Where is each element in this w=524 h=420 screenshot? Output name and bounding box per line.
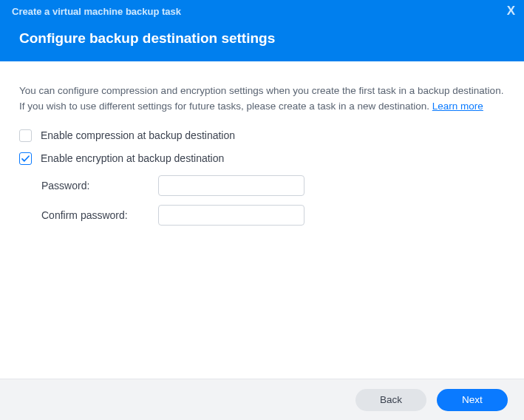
confirm-password-label: Confirm password: (41, 209, 158, 221)
confirm-password-row: Confirm password: (41, 205, 505, 226)
confirm-password-input[interactable] (158, 205, 304, 226)
compression-label: Enable compression at backup destination (41, 129, 235, 141)
dialog-content: You can configure compression and encryp… (0, 61, 524, 249)
description-body: You can configure compression and encryp… (19, 85, 503, 112)
compression-checkbox[interactable] (19, 129, 32, 142)
check-icon (21, 154, 30, 163)
learn-more-link[interactable]: Learn more (432, 101, 483, 112)
back-button[interactable]: Back (355, 389, 426, 411)
compression-option-row: Enable compression at backup destination (19, 129, 505, 142)
encryption-checkbox[interactable] (19, 152, 32, 165)
encryption-label: Enable encryption at backup destination (41, 152, 224, 164)
dialog-header: Create a virtual machine backup task X C… (0, 0, 524, 61)
close-icon[interactable]: X (507, 4, 515, 17)
dialog-footer: Back Next (0, 379, 524, 420)
next-button[interactable]: Next (437, 389, 508, 411)
description-text: You can configure compression and encryp… (19, 84, 505, 115)
dialog-title: Create a virtual machine backup task (12, 6, 512, 17)
encryption-option-row: Enable encryption at backup destination (19, 152, 505, 165)
password-input[interactable] (158, 175, 304, 196)
password-label: Password: (41, 180, 158, 192)
password-row: Password: (41, 175, 505, 196)
dialog-subtitle: Configure backup destination settings (19, 30, 512, 47)
